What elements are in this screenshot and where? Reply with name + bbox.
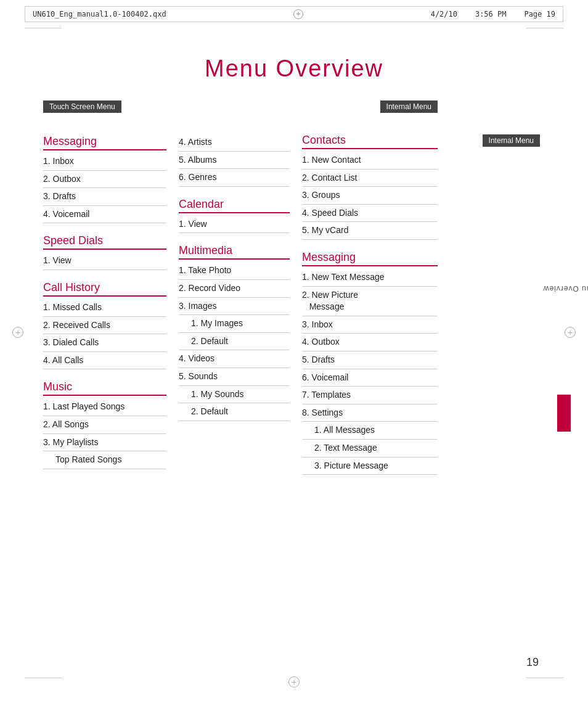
cat-messaging-right: Messaging bbox=[302, 251, 438, 266]
list-item: 4. Outbox bbox=[302, 334, 438, 351]
list-item: 6. Voicemail bbox=[302, 369, 438, 387]
cat-calendar: Calendar bbox=[179, 198, 290, 213]
header-reg-mark: + bbox=[293, 9, 303, 19]
list-item: 6. Genres bbox=[179, 169, 290, 187]
cat-music: Music bbox=[43, 380, 166, 396]
page-title: Menu Overview bbox=[0, 55, 588, 82]
list-item: Top Rated Songs bbox=[43, 451, 166, 469]
list-item: 4. All Calls bbox=[43, 352, 166, 370]
list-item: 5. My vCard bbox=[302, 222, 438, 240]
list-item: 3. Inbox bbox=[302, 316, 438, 334]
list-item: 2. Default bbox=[179, 403, 290, 421]
list-item: 2. Received Calls bbox=[43, 317, 166, 335]
list-item: 4. Artists bbox=[179, 134, 290, 152]
cat-speed-dials: Speed Dials bbox=[43, 234, 166, 250]
sidebar-label: Menu Overview bbox=[543, 284, 588, 293]
list-item: 5. Albums bbox=[179, 152, 290, 170]
list-item: 3. Dialed Calls bbox=[43, 334, 166, 352]
list-item: 7. Templates bbox=[302, 387, 438, 404]
touch-screen-column: Touch Screen Menu Messaging 1. Inbox 2. … bbox=[37, 101, 173, 475]
list-item: 5. Sounds bbox=[179, 368, 290, 386]
sidebar-accent bbox=[557, 395, 571, 432]
list-item: 4. Voicemail bbox=[43, 206, 166, 224]
list-item: 4. Videos bbox=[179, 350, 290, 368]
touch-screen-label: Touch Screen Menu bbox=[43, 101, 121, 113]
list-item: 1. View bbox=[43, 252, 166, 270]
cat-multimedia: Multimedia bbox=[179, 244, 290, 260]
list-item: 2. New Picture Message bbox=[302, 287, 438, 316]
list-item: 3. Drafts bbox=[43, 188, 166, 206]
list-item: 1. All Messages bbox=[302, 422, 438, 440]
header-filename: UN610_Eng_manual1.0-100402.qxd bbox=[33, 10, 166, 18]
list-item: 3. Images bbox=[179, 298, 290, 316]
left-reg-mark: + bbox=[12, 327, 23, 338]
list-item: 2. Default bbox=[179, 333, 290, 351]
header-date: 4/2/10 3:56 PM Page 19 bbox=[431, 10, 555, 18]
list-item: 2. All Songs bbox=[43, 416, 166, 434]
internal-menu-label: Internal Menu bbox=[380, 101, 438, 113]
top-right-line bbox=[526, 28, 563, 28]
top-left-line bbox=[25, 28, 62, 28]
page-number: 19 bbox=[526, 656, 539, 669]
list-item: 2. Contact List bbox=[302, 170, 438, 187]
list-item: 1. Inbox bbox=[43, 153, 166, 171]
bottom-left-line bbox=[25, 678, 62, 678]
right-reg-mark: + bbox=[565, 327, 576, 338]
cat-messaging-left: Messaging bbox=[43, 135, 166, 150]
list-item: 1. New Contact bbox=[302, 152, 438, 170]
list-item: 3. Groups bbox=[302, 187, 438, 205]
list-item: 3. My Playlists bbox=[43, 434, 166, 452]
internal-menu-column: Internal Menu Contacts 1. New Contact 2.… bbox=[296, 101, 444, 475]
bottom-reg-mark: + bbox=[288, 676, 300, 688]
bottom-right-line bbox=[526, 678, 563, 678]
list-item: 1. Missed Calls bbox=[43, 299, 166, 317]
list-item: 1. Last Played Songs bbox=[43, 398, 166, 416]
cat-call-history: Call History bbox=[43, 281, 166, 297]
list-item: 1. View bbox=[179, 216, 290, 234]
list-item: 5. Drafts bbox=[302, 351, 438, 369]
list-item: 1. My Sounds bbox=[179, 386, 290, 404]
middle-column: 4. Artists 5. Albums 6. Genres Calendar … bbox=[173, 101, 296, 475]
list-item: 3. Picture Message bbox=[302, 458, 438, 475]
list-item: 1. New Text Message bbox=[302, 269, 438, 287]
list-item: 2. Outbox bbox=[43, 171, 166, 189]
list-item: 4. Speed Dials bbox=[302, 205, 438, 223]
list-item: 2. Text Message bbox=[302, 440, 438, 458]
list-item: 2. Record Video bbox=[179, 280, 290, 298]
internal-menu-label-abs: Internal Menu bbox=[483, 134, 540, 158]
cat-contacts: Contacts bbox=[302, 134, 438, 149]
list-item: 8. Settings bbox=[302, 404, 438, 422]
header-bar: UN610_Eng_manual1.0-100402.qxd + 4/2/10 … bbox=[25, 6, 563, 22]
list-item: 1. My Images bbox=[179, 315, 290, 333]
list-item: 1. Take Photo bbox=[179, 262, 290, 280]
